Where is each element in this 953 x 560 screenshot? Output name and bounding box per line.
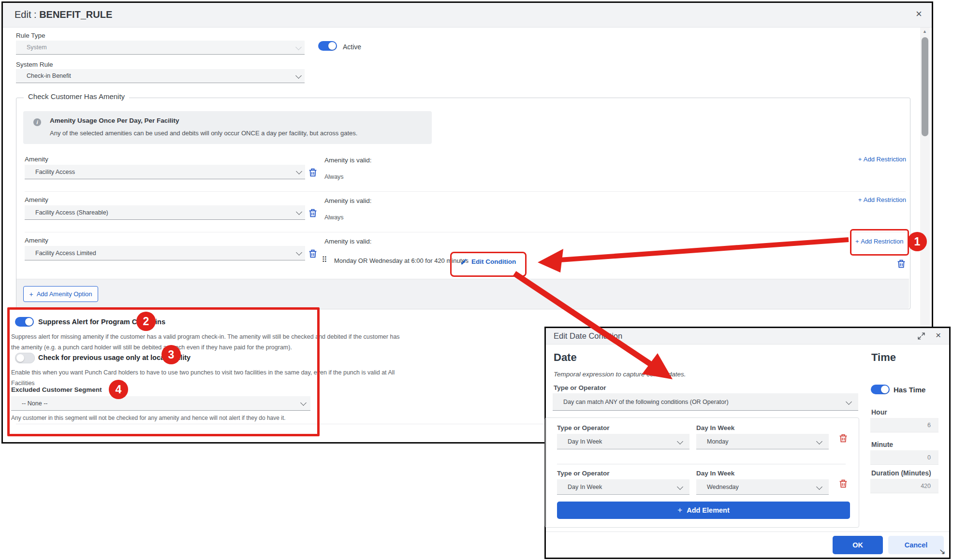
condition-type-select[interactable]: Day In Week — [557, 479, 689, 495]
add-restriction-link[interactable]: + Add Restriction — [855, 238, 903, 245]
pencil-icon — [460, 258, 468, 265]
duration-label: Duration (Minutes) — [871, 469, 931, 477]
minute-label: Minute — [871, 441, 893, 448]
delete-element-icon[interactable] — [838, 433, 849, 444]
scrollbar-thumb[interactable] — [922, 37, 928, 136]
chevron-down-icon — [677, 484, 683, 490]
dialog-header: Edit : BENEFIT_RULE × — [3, 3, 932, 28]
minute-input[interactable]: 0 — [870, 450, 938, 465]
condition-day-select[interactable]: Monday — [696, 434, 829, 449]
has-time-toggle[interactable] — [871, 385, 890, 394]
close-icon[interactable]: × — [936, 330, 941, 341]
date-heading: Date — [554, 351, 577, 364]
system-rule-value: Check-in Benefit — [27, 72, 71, 79]
options-annotation-box — [7, 307, 320, 436]
amenity-label: Amenity — [25, 156, 48, 163]
chevron-down-icon — [295, 44, 302, 50]
plus-icon: + — [858, 196, 862, 203]
system-rule-select[interactable]: Check-in Benefit — [16, 69, 305, 83]
rule-type-label: Rule Type — [16, 32, 45, 39]
add-restriction-link[interactable]: + Add Restriction — [825, 196, 906, 203]
annotation-step-2: 2 — [136, 312, 156, 331]
dialog-title: Edit : BENEFIT_RULE — [15, 9, 112, 20]
fieldset-footer — [16, 279, 909, 308]
duration-input[interactable]: 420 — [870, 479, 938, 493]
resize-handle-icon[interactable]: ↘ — [939, 547, 945, 556]
condition-day-value: Wednesday — [707, 484, 739, 490]
row-divider — [25, 191, 906, 192]
condition-type-label: Type or Operator — [557, 424, 610, 431]
time-heading: Time — [871, 351, 896, 364]
chevron-down-icon — [816, 484, 822, 490]
plus-icon: + — [29, 290, 33, 298]
rule-type-select[interactable]: System — [16, 41, 305, 55]
info-title: Amenity Usage Once Per Day, Per Facility — [50, 117, 179, 124]
info-description: Any of the selected amenities can be use… — [50, 129, 357, 137]
amenity-label: Amenity — [25, 237, 48, 244]
add-amenity-option-button[interactable]: + Add Amenity Option — [23, 286, 98, 302]
type-operator-select[interactable]: Day can match ANY of the following condi… — [553, 393, 858, 411]
scroll-up-icon[interactable]: ▲ — [923, 29, 927, 34]
hour-input[interactable]: 6 — [870, 418, 938, 432]
amenity-valid-label: Amenity is valid: — [324, 238, 372, 245]
amenity-select[interactable]: Facility Access Limited — [25, 246, 305, 260]
close-icon[interactable]: × — [916, 8, 922, 20]
amenity-valid-value: Always — [324, 173, 344, 180]
plus-icon: + — [855, 238, 859, 245]
edit-condition-button[interactable]: Edit Condition — [460, 258, 516, 265]
condition-day-label: Day In Week — [696, 470, 734, 477]
amenity-select[interactable]: Facility Access (Shareable) — [25, 205, 305, 220]
condition-day-label: Day In Week — [696, 424, 734, 431]
info-icon: i — [33, 118, 41, 126]
condition-type-label: Type or Operator — [557, 470, 610, 477]
type-operator-label: Type or Operator — [554, 384, 606, 391]
drag-handle-icon[interactable]: ⠿ — [322, 255, 327, 264]
cancel-button[interactable]: Cancel — [888, 536, 944, 554]
add-restriction-link[interactable]: + Add Restriction — [825, 156, 906, 163]
delete-amenity-icon[interactable] — [308, 248, 318, 259]
condition-day-select[interactable]: Wednesday — [696, 479, 829, 495]
chevron-down-icon — [846, 399, 852, 405]
active-toggle[interactable] — [318, 41, 337, 51]
info-box — [23, 111, 432, 144]
ok-button[interactable]: OK — [833, 536, 883, 554]
condition-type-value: Day In Week — [568, 438, 602, 445]
condition-type-select[interactable]: Day In Week — [557, 434, 689, 449]
plus-icon: + — [858, 156, 862, 163]
add-amenity-option-label: Add Amenity Option — [37, 290, 92, 298]
condition-type-value: Day In Week — [568, 484, 602, 490]
edit-condition-label: Edit Condition — [471, 258, 516, 265]
edit-dialog-header: Edit Date Condition × — [546, 328, 949, 345]
footer-divider — [546, 531, 949, 532]
amenity-value: Facility Access Limited — [35, 250, 96, 257]
delete-amenity-icon[interactable] — [308, 208, 318, 218]
delete-amenity-icon[interactable] — [308, 167, 318, 178]
condition-row-divider — [557, 464, 846, 464]
type-operator-value: Day can match ANY of the following condi… — [563, 399, 729, 405]
annotation-step-4: 4 — [109, 380, 128, 399]
chevron-down-icon — [816, 438, 822, 445]
add-element-button[interactable]: + Add Element — [557, 502, 850, 519]
chevron-down-icon — [677, 438, 683, 445]
delete-element-icon[interactable] — [838, 478, 849, 489]
chevron-down-icon — [295, 72, 302, 79]
condition-summary: Monday OR Wednesday at 6:00 for 420 minu… — [334, 257, 469, 264]
rule-type-value: System — [27, 44, 47, 51]
delete-condition-icon[interactable] — [896, 258, 907, 269]
chevron-down-icon — [296, 168, 302, 174]
amenity-valid-label: Amenity is valid: — [324, 197, 372, 204]
row-divider — [25, 232, 906, 232]
edit-date-condition-dialog: Edit Date Condition × Date Temporal expr… — [544, 327, 951, 559]
toggle-knob — [328, 42, 336, 50]
active-label: Active — [343, 43, 361, 51]
hour-label: Hour — [871, 408, 887, 416]
amenity-fieldset-legend: Check Customer Has Amenity — [24, 92, 129, 101]
condition-day-value: Monday — [707, 438, 728, 445]
amenity-valid-label: Amenity is valid: — [324, 157, 372, 164]
expand-icon[interactable] — [917, 332, 925, 340]
amenity-select[interactable]: Facility Access — [25, 165, 305, 179]
has-time-label: Has Time — [894, 386, 925, 394]
add-element-label: Add Element — [687, 506, 730, 514]
amenity-value: Facility Access — [35, 169, 75, 175]
chevron-down-icon — [296, 209, 302, 215]
